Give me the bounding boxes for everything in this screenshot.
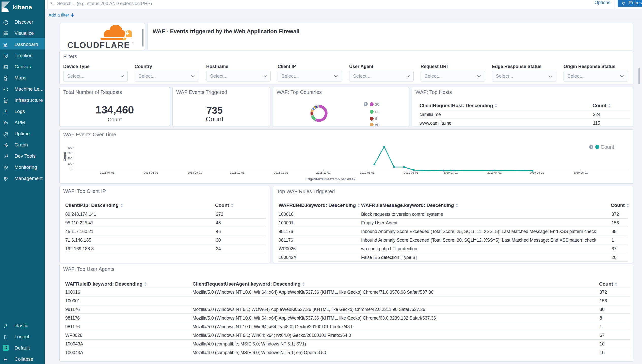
- svg-text:2018-07-01: 2018-07-01: [100, 171, 114, 174]
- svg-text:0: 0: [71, 168, 72, 171]
- svg-text:®: ®: [132, 41, 134, 44]
- svg-text:2019-06-01: 2019-06-01: [573, 171, 588, 174]
- svg-text:300: 300: [68, 152, 72, 155]
- svg-text:EdgeStartTimestamp per week: EdgeStartTimestamp per week: [306, 177, 356, 181]
- svg-text:2019-03-01: 2019-03-01: [443, 171, 458, 174]
- svg-text:Count: Count: [63, 152, 67, 161]
- svg-text:2019-04-01: 2019-04-01: [487, 171, 502, 174]
- svg-text:2018-09-01: 2018-09-01: [188, 171, 202, 174]
- svg-text:2019-02-01: 2019-02-01: [404, 171, 418, 174]
- svg-text:2018-08-01: 2018-08-01: [144, 171, 158, 174]
- svg-text:CLOUDFLARE: CLOUDFLARE: [67, 40, 130, 50]
- svg-text:2019-01-01: 2019-01-01: [360, 171, 374, 174]
- svg-text:2019-05-01: 2019-05-01: [530, 171, 544, 174]
- svg-text:2018-12-01: 2018-12-01: [316, 171, 330, 174]
- svg-text:2018-10-01: 2018-10-01: [230, 171, 244, 174]
- svg-text:400: 400: [68, 146, 72, 149]
- svg-text:100: 100: [68, 162, 72, 165]
- svg-text:2018-11-01: 2018-11-01: [274, 171, 288, 174]
- svg-text:200: 200: [68, 157, 72, 160]
